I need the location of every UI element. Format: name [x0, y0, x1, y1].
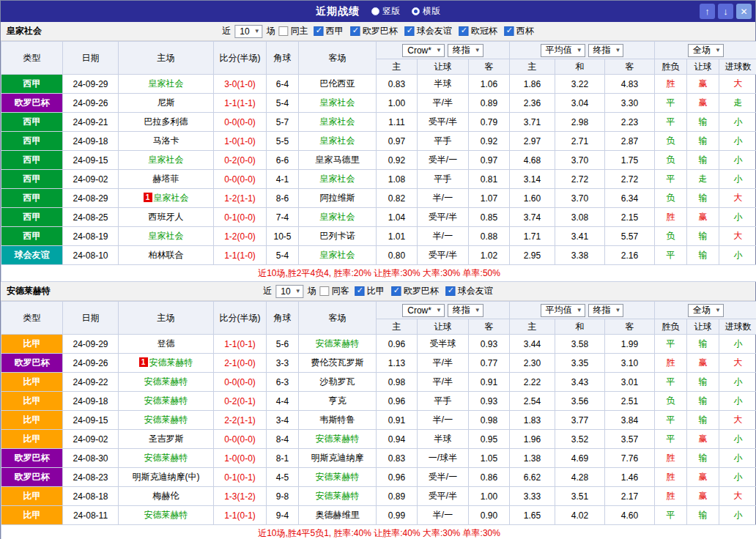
away-team-cell[interactable]: 皇家社会: [299, 94, 377, 113]
away-team-cell[interactable]: 亨克: [299, 392, 377, 411]
away-team-cell[interactable]: 巴伦西亚: [299, 75, 377, 94]
league-filter[interactable]: 比甲: [355, 285, 385, 297]
away-team-cell[interactable]: 安德莱赫特: [299, 430, 377, 449]
odds-cell: 半/一: [418, 506, 469, 525]
home-team-cell[interactable]: 安德莱赫特: [119, 392, 214, 411]
checkbox-icon[interactable]: [392, 286, 401, 296]
away-team-cell[interactable]: 皇家社会: [299, 132, 377, 151]
euro-source-select[interactable]: 平均值▼: [541, 304, 585, 317]
subcol-header: 进球数: [719, 59, 756, 75]
scroll-down-button[interactable]: ↓: [718, 4, 733, 19]
home-team-cell[interactable]: 1安德莱赫特: [119, 354, 214, 373]
home-team-cell[interactable]: 皇家社会: [119, 151, 214, 170]
odds-cell: 1.65: [510, 506, 555, 525]
home-team-cell[interactable]: 马洛卡: [119, 132, 214, 151]
home-team-cell[interactable]: 安德莱赫特: [119, 506, 214, 525]
scope-select[interactable]: 全场▼: [688, 44, 724, 57]
home-team-cell[interactable]: 皇家社会: [119, 75, 214, 94]
odds-cell: 2.22: [510, 373, 555, 392]
away-team-cell[interactable]: 奥德赫维里: [299, 506, 377, 525]
team-name: 尼斯: [158, 97, 175, 108]
bookmaker-select[interactable]: Crow*▼: [402, 44, 445, 57]
away-team-cell[interactable]: 费伦茨瓦罗斯: [299, 354, 377, 373]
score-cell: 0-0(0-0): [214, 373, 267, 392]
checkbox-icon[interactable]: [446, 286, 456, 296]
home-team-cell[interactable]: 柏林联合: [119, 246, 214, 265]
home-team-cell[interactable]: 安德莱赫特: [119, 373, 214, 392]
checkbox-icon[interactable]: [505, 26, 514, 36]
score-cell: 0-1(0-0): [214, 208, 267, 227]
away-team-cell[interactable]: 巴列卡诺: [299, 227, 377, 246]
checkbox-icon[interactable]: [351, 26, 360, 36]
same-checkbox-1[interactable]: [320, 286, 330, 296]
league-filter[interactable]: 球会友谊: [446, 285, 493, 297]
corner-cell: 8-1: [267, 449, 299, 468]
results-table-1: 类型 日期 主场 比分(半场) 角球 客场 Crow*▼ 终指▼ 平均值: [1, 301, 756, 539]
checkbox-icon[interactable]: [355, 286, 365, 296]
scroll-up-button[interactable]: ↑: [700, 4, 715, 19]
home-team-cell[interactable]: 梅赫伦: [119, 487, 214, 506]
home-team-cell[interactable]: 巴拉多利德: [119, 113, 214, 132]
away-team-cell[interactable]: 皇家社会: [299, 113, 377, 132]
league-filter[interactable]: 球会友谊: [405, 25, 452, 37]
same-side-filter[interactable]: 同主: [279, 25, 308, 37]
summary-row: 近10场,胜2平4负4, 胜率:20% 让胜率:30% 大率:30% 单率:50…: [1, 265, 756, 282]
euro-time-select[interactable]: 终指▼: [588, 304, 624, 317]
match-row: 欧罗巴杯24-08-30安德莱赫特1-0(0-0)8-1明斯克迪纳摩0.83一/…: [1, 449, 756, 468]
same-side-filter[interactable]: 同客: [320, 285, 349, 297]
euro-source-select[interactable]: 平均值▼: [541, 44, 585, 57]
home-team-cell[interactable]: 赫塔菲: [119, 170, 214, 189]
close-button[interactable]: ✕: [736, 4, 752, 19]
same-checkbox-0[interactable]: [279, 26, 289, 36]
team-name: 皇家社会: [154, 193, 189, 203]
competition-cell: 欧罗巴杯: [1, 354, 63, 373]
league-filter[interactable]: 欧罗巴杯: [351, 25, 398, 37]
away-team-cell[interactable]: 皇家社会: [299, 246, 377, 265]
result-cell: 平: [655, 430, 687, 449]
away-team-cell[interactable]: 阿拉维斯: [299, 189, 377, 208]
date-cell: 24-09-29: [63, 335, 119, 354]
euro-time-select[interactable]: 终指▼: [588, 44, 624, 57]
odds-time-select[interactable]: 终指▼: [448, 304, 483, 317]
mode-option-horizontal[interactable]: 横版: [412, 5, 440, 18]
radio-icon-1[interactable]: [412, 7, 420, 15]
home-team-cell[interactable]: 安德莱赫特: [119, 411, 214, 430]
checkbox-icon[interactable]: [405, 26, 415, 36]
league-filter[interactable]: 欧罗巴杯: [392, 285, 439, 297]
odds-time-select[interactable]: 终指▼: [448, 44, 483, 57]
bookmaker-select-value: Crow*: [407, 45, 431, 56]
result-cell: 负: [655, 189, 687, 208]
odds-cell: 4.83: [605, 75, 655, 94]
home-team-cell[interactable]: 皇家社会: [119, 227, 214, 246]
away-team-cell[interactable]: 安德莱赫特: [299, 487, 377, 506]
away-team-cell[interactable]: 沙勒罗瓦: [299, 373, 377, 392]
league-filter[interactable]: 西甲: [314, 25, 344, 37]
home-team-cell[interactable]: 安德莱赫特: [119, 449, 214, 468]
scope-select-value: 全场: [693, 304, 711, 316]
radio-icon-0[interactable]: [371, 7, 379, 15]
scope-select[interactable]: 全场▼: [688, 304, 724, 317]
score-cell: 1-1(1-0): [214, 246, 267, 265]
away-team-cell[interactable]: 韦斯特鲁: [299, 411, 377, 430]
match-count-select[interactable]: 10 ▼: [234, 25, 262, 38]
home-team-cell[interactable]: 明斯克迪纳摩(中): [119, 468, 214, 487]
away-team-cell[interactable]: 皇家社会: [299, 208, 377, 227]
home-team-cell[interactable]: 圣吉罗斯: [119, 430, 214, 449]
league-filter[interactable]: 西杯: [505, 25, 534, 37]
bookmaker-select[interactable]: Crow*▼: [402, 304, 445, 317]
away-team-cell[interactable]: 安德莱赫特: [299, 468, 377, 487]
match-count-select[interactable]: 10 ▼: [275, 285, 303, 298]
away-team-cell[interactable]: 安德莱赫特: [299, 335, 377, 354]
away-team-cell[interactable]: 明斯克迪纳摩: [299, 449, 377, 468]
checkbox-icon[interactable]: [314, 26, 324, 36]
home-team-cell[interactable]: 登德: [119, 335, 214, 354]
checkbox-icon[interactable]: [459, 26, 469, 36]
league-filter[interactable]: 欧冠杯: [459, 25, 497, 37]
away-team-cell[interactable]: 皇家马德里: [299, 151, 377, 170]
odds-cell: 1.86: [510, 75, 555, 94]
home-team-cell[interactable]: 西班牙人: [119, 208, 214, 227]
away-team-cell[interactable]: 皇家社会: [299, 170, 377, 189]
home-team-cell[interactable]: 1皇家社会: [119, 189, 214, 208]
home-team-cell[interactable]: 尼斯: [119, 94, 214, 113]
mode-option-vertical[interactable]: 竖版: [371, 5, 400, 18]
